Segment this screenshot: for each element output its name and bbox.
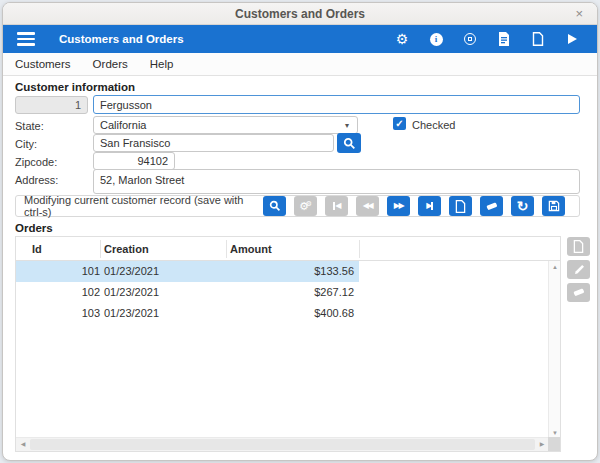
- new-order-button[interactable]: [567, 237, 590, 256]
- new-document-icon[interactable]: [523, 28, 553, 50]
- scroll-left-icon[interactable]: ◀: [16, 438, 30, 451]
- state-select[interactable]: California ▾: [93, 116, 358, 134]
- customer-id-field: 1: [15, 96, 88, 114]
- horizontal-scroll-thumb[interactable]: [30, 439, 535, 450]
- search-record-button[interactable]: [263, 196, 286, 216]
- scrollbar-corner: [548, 437, 560, 451]
- next-record-button[interactable]: ▶▶: [387, 196, 410, 216]
- chevron-down-icon: ▾: [345, 121, 349, 130]
- window-title: Customers and Orders: [235, 7, 365, 21]
- checked-checkbox[interactable]: [393, 117, 406, 130]
- save-record-button[interactable]: [542, 196, 565, 216]
- title-bar: Customers and Orders ×: [3, 3, 597, 25]
- batch-operations-button[interactable]: ⚙⚙: [294, 196, 317, 216]
- app-toolbar-title: Customers and Orders: [59, 33, 184, 45]
- advanced-settings-icon[interactable]: [455, 28, 485, 50]
- checked-label: Checked: [412, 119, 455, 131]
- report-document-icon[interactable]: [489, 28, 519, 50]
- refresh-record-button[interactable]: ↻: [511, 196, 534, 216]
- city-search-button[interactable]: [337, 133, 361, 153]
- state-value: California: [100, 119, 146, 131]
- horizontal-scrollbar[interactable]: ◀ ▶: [16, 437, 549, 451]
- order-id-cell: 101: [82, 265, 100, 277]
- order-id-cell: 103: [82, 307, 100, 319]
- state-label: State:: [15, 120, 44, 132]
- customer-name-input[interactable]: [93, 95, 580, 114]
- address-label: Address:: [15, 174, 58, 186]
- order-creation-cell: 01/23/2021: [104, 307, 159, 319]
- rewind-icon: ◀◀: [363, 202, 372, 210]
- menu-orders[interactable]: Orders: [93, 58, 128, 70]
- fast-forward-icon: ▶▶: [394, 202, 403, 210]
- last-record-button[interactable]: ▶: [418, 196, 441, 216]
- run-icon[interactable]: [557, 28, 587, 50]
- app-window: Customers and Orders × Customers and Ord…: [2, 2, 598, 461]
- menu-icon[interactable]: [17, 32, 35, 46]
- order-creation-cell: 01/23/2021: [104, 265, 159, 277]
- delete-record-button[interactable]: [480, 196, 503, 216]
- order-creation-cell: 01/23/2021: [104, 286, 159, 298]
- info-icon[interactable]: i: [421, 28, 451, 50]
- first-record-button[interactable]: ◀: [325, 196, 348, 216]
- save-icon: [548, 200, 560, 212]
- scroll-right-icon[interactable]: ▶: [535, 438, 549, 451]
- eraser-icon: [485, 201, 498, 212]
- order-amount-cell: $267.12: [226, 286, 354, 298]
- order-amount-cell: $400.68: [226, 307, 354, 319]
- new-document-icon: [573, 240, 584, 253]
- refresh-icon: ↻: [517, 199, 529, 213]
- pencil-icon: [573, 264, 585, 276]
- zipcode-label: Zipcode:: [15, 156, 57, 168]
- scroll-up-icon[interactable]: ▲: [549, 261, 561, 273]
- address-textarea[interactable]: 52, Marlon Street: [93, 169, 580, 194]
- table-row[interactable]: 101 01/23/2021 $133.56: [16, 261, 359, 282]
- delete-order-button[interactable]: [567, 283, 590, 302]
- new-document-icon: [455, 200, 466, 213]
- orders-table-body: 101 01/23/2021 $133.56 102 01/23/2021 $2…: [16, 261, 549, 439]
- orders-section-title: Orders: [15, 222, 53, 234]
- new-record-button[interactable]: [449, 196, 472, 216]
- menu-help[interactable]: Help: [150, 58, 174, 70]
- column-header-creation[interactable]: Creation: [104, 243, 149, 255]
- orders-table: Id Creation Amount 101 01/23/2021 $133.5…: [15, 236, 561, 452]
- record-status-bar: Modifying current customer record (save …: [15, 195, 580, 217]
- customer-section-title: Customer information: [15, 81, 135, 93]
- column-header-amount[interactable]: Amount: [230, 243, 272, 255]
- eraser-icon: [572, 287, 585, 298]
- close-icon[interactable]: ×: [575, 6, 583, 21]
- column-header-id[interactable]: Id: [32, 243, 42, 255]
- orders-table-header: Id Creation Amount: [16, 237, 560, 261]
- table-row[interactable]: 102 01/23/2021 $267.12: [16, 282, 549, 303]
- city-label: City:: [15, 138, 37, 150]
- order-amount-cell: $133.56: [226, 265, 354, 277]
- edit-order-button[interactable]: [567, 260, 590, 279]
- city-input[interactable]: [93, 134, 334, 152]
- menu-customers[interactable]: Customers: [15, 58, 71, 70]
- table-row[interactable]: 103 01/23/2021 $400.68: [16, 303, 549, 324]
- order-id-cell: 102: [82, 286, 100, 298]
- search-icon: [269, 200, 281, 212]
- menu-bar: Customers Orders Help: [3, 53, 597, 76]
- previous-record-button[interactable]: ◀◀: [356, 196, 379, 216]
- record-toolbar: ⚙⚙ ◀ ◀◀ ▶▶ ▶ ↻: [263, 196, 565, 216]
- zipcode-input[interactable]: [93, 152, 175, 170]
- order-side-toolbar: [567, 237, 590, 302]
- vertical-scrollbar[interactable]: ▲ ▼: [548, 261, 560, 439]
- settings-gear-icon[interactable]: ⚙: [387, 28, 417, 50]
- status-message: Modifying current customer record (save …: [24, 194, 263, 218]
- search-icon: [343, 137, 356, 150]
- app-toolbar: Customers and Orders ⚙ i: [3, 25, 597, 53]
